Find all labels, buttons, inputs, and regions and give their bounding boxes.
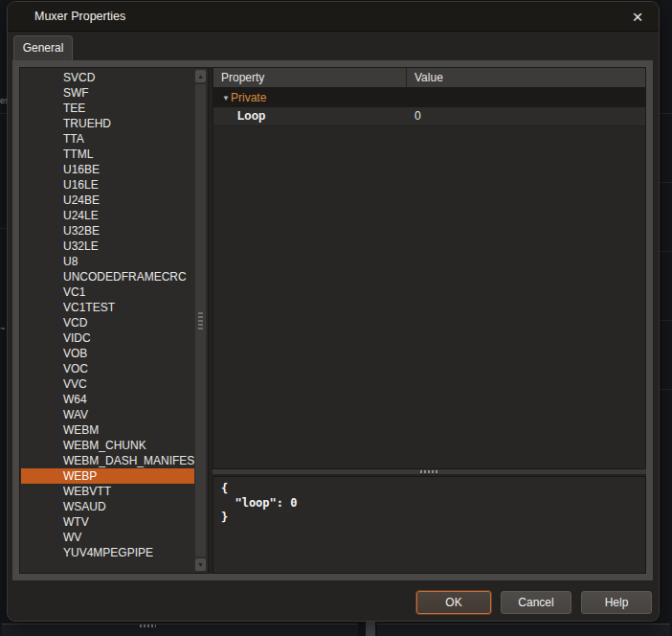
list-item[interactable]: TTML: [21, 147, 195, 162]
muxer-list-items: SVCDSWFTEETRUEHDTTATTMLU16BEU16LEU24BEU2…: [21, 69, 195, 572]
list-item[interactable]: WEBVTT: [21, 484, 195, 499]
scroll-down-icon[interactable]: ▼: [195, 558, 206, 571]
list-item[interactable]: U16BE: [21, 162, 195, 177]
list-item[interactable]: SVCD: [21, 70, 195, 85]
json-preview-text: { "loop": 0 }: [221, 482, 638, 525]
background-row-line: [660, 251, 672, 252]
muxer-list: SVCDSWFTEETRUEHDTTATTMLU16BEU16LEU24BEU2…: [19, 67, 209, 574]
list-item[interactable]: WEBM_DASH_MANIFEST: [21, 453, 195, 468]
background-right-strip: [659, 0, 672, 636]
list-item[interactable]: U8: [21, 254, 195, 269]
group-label: Private: [231, 88, 266, 107]
background-row-line: [660, 389, 672, 390]
property-table: Property Value ▼ Private Loop 0: [213, 67, 646, 469]
background-clipped-text: es: [0, 96, 8, 105]
list-item[interactable]: W64: [21, 392, 195, 407]
list-item[interactable]: WEBM: [21, 422, 195, 438]
list-item[interactable]: VVC: [21, 376, 195, 392]
property-table-header: Property Value: [213, 68, 645, 88]
tab-pane-frame: SVCDSWFTEETRUEHDTTATTMLU16BEU16LEU24BEU2…: [12, 60, 653, 580]
scrollbar-grip-icon: [198, 312, 203, 329]
list-item[interactable]: WAV: [21, 407, 195, 422]
background-splitter-handle-icon: [140, 625, 156, 627]
list-item[interactable]: YUV4MPEGPIPE: [21, 545, 195, 560]
window-title: Muxer Properties: [34, 2, 125, 31]
list-item[interactable]: VCD: [21, 315, 195, 330]
list-item[interactable]: VC1: [21, 284, 195, 300]
list-scrollbar[interactable]: ▲ ▼: [194, 69, 207, 572]
list-item[interactable]: WTV: [21, 514, 195, 530]
background-row-line: [660, 320, 672, 321]
list-item[interactable]: VOB: [21, 346, 195, 361]
background-panel: [2, 624, 358, 636]
background-left-strip: es ~: [0, 0, 8, 636]
ok-button[interactable]: OK: [416, 591, 491, 614]
column-header-property[interactable]: Property: [213, 68, 407, 87]
title-bar[interactable]: Muxer Properties ×: [8, 2, 659, 32]
property-value[interactable]: 0: [407, 107, 645, 125]
cancel-button[interactable]: Cancel: [501, 591, 571, 614]
background-clipped-text: ~: [0, 324, 8, 333]
list-item[interactable]: TEE: [21, 101, 195, 116]
collapse-arrow-icon[interactable]: ▼: [213, 94, 231, 102]
group-row-private[interactable]: ▼ Private: [213, 88, 645, 107]
list-item[interactable]: U16LE: [21, 177, 195, 193]
list-item[interactable]: VIDC: [21, 330, 195, 346]
list-item[interactable]: TRUEHD: [21, 116, 195, 131]
background-row-line: [660, 113, 672, 114]
help-button[interactable]: Help: [581, 591, 652, 614]
background-panel: [377, 624, 670, 636]
list-item[interactable]: U24BE: [21, 193, 195, 208]
list-item[interactable]: SWF: [21, 85, 195, 101]
close-icon[interactable]: ×: [626, 6, 649, 29]
muxer-properties-dialog: Muxer Properties × General SVCDSWFTEETRU…: [8, 2, 659, 621]
list-item[interactable]: TTA: [21, 131, 195, 147]
tab-pane-content: SVCDSWFTEETRUEHDTTATTMLU16BEU16LEU24BEU2…: [19, 67, 646, 574]
list-item[interactable]: WEBM_CHUNK: [21, 438, 195, 453]
splitter-handle-icon: [420, 470, 439, 473]
background-row-line: [0, 113, 8, 114]
scrollbar-thumb[interactable]: [195, 84, 206, 556]
list-item[interactable]: WSAUD: [21, 499, 195, 514]
background-row-line: [0, 228, 8, 229]
property-row-loop[interactable]: Loop 0: [213, 107, 645, 126]
background-row-line: [660, 182, 672, 183]
list-item[interactable]: VOC: [21, 361, 195, 376]
list-item[interactable]: U24LE: [21, 208, 195, 223]
list-item[interactable]: U32LE: [21, 238, 195, 254]
list-item[interactable]: VC1TEST: [21, 300, 195, 315]
list-item[interactable]: WEBP: [21, 468, 195, 484]
scroll-up-icon[interactable]: ▲: [195, 70, 206, 82]
panel-splitter[interactable]: [213, 469, 646, 474]
list-item[interactable]: U32BE: [21, 223, 195, 238]
list-item[interactable]: UNCODEDFRAMECRC: [21, 269, 195, 284]
tab-general[interactable]: General: [13, 35, 73, 60]
list-item[interactable]: WV: [21, 530, 195, 545]
background-panel-divider: [366, 622, 375, 636]
column-header-value[interactable]: Value: [407, 68, 645, 87]
property-name: Loop: [213, 107, 407, 125]
json-preview-panel[interactable]: { "loop": 0 }: [213, 476, 646, 574]
background-bottom-strip: [0, 622, 672, 636]
